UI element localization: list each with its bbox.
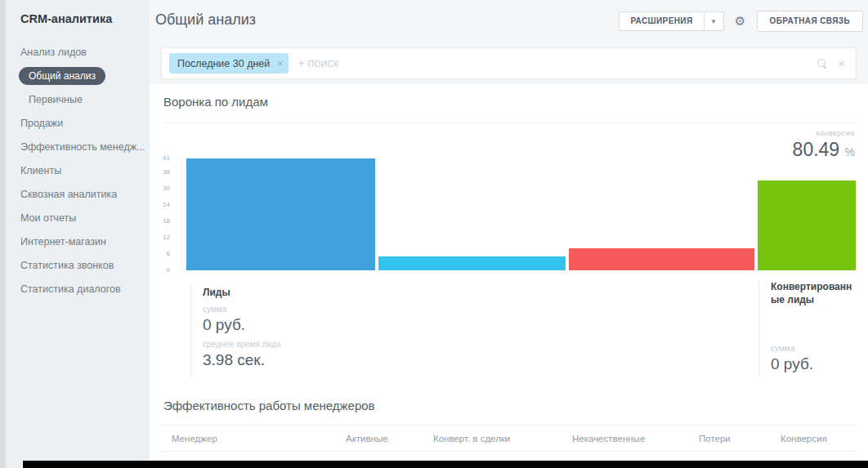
- leads-sum-label: сумма: [203, 305, 280, 314]
- bottom-black-bar: [23, 461, 868, 468]
- column-header[interactable]: Потери: [699, 434, 781, 443]
- funnel-bar[interactable]: [758, 181, 856, 270]
- column-header[interactable]: Активные: [346, 434, 433, 443]
- sidebar-item-анализ-лидов[interactable]: Анализ лидов: [6, 40, 150, 64]
- extensions-button[interactable]: РАСШИРЕНИЯ: [620, 12, 703, 30]
- column-header[interactable]: Конверт. в сделки: [433, 434, 572, 443]
- page-title: Общий анализ: [155, 11, 256, 29]
- filter-tag-label: Последние 30 дней: [177, 58, 270, 69]
- leads-time-label: среднее время лида: [203, 340, 280, 349]
- sidebar-item-клиенты[interactable]: Клиенты: [6, 158, 150, 182]
- sidebar: CRM-аналитика Анализ лидовОбщий анализПе…: [6, 0, 150, 468]
- search-icon[interactable]: [817, 59, 827, 69]
- topbar-buttons: РАСШИРЕНИЯ ▾ ⚙ ОБРАТНАЯ СВЯЗЬ: [619, 11, 863, 32]
- filter-tag-last-30-days[interactable]: Последние 30 дней ×: [169, 53, 289, 74]
- filter-clear-icon[interactable]: ×: [838, 59, 845, 69]
- funnel-bar[interactable]: [569, 248, 754, 270]
- sidebar-item-статистика-звонков[interactable]: Статистика звонков: [6, 253, 150, 277]
- window-edge-strip: [0, 0, 6, 468]
- filter-icons: ×: [817, 59, 845, 69]
- filter-search-bar[interactable]: Последние 30 дней × +поиск ×: [161, 47, 857, 79]
- converted-sum-value: 0 руб.: [771, 355, 858, 373]
- converted-label: Конвертированные лиды: [771, 280, 858, 306]
- converted-stat-block: Конвертированные лиды сумма 0 руб.: [758, 280, 858, 377]
- table-section-title: Эффективность работы менеджеров: [163, 399, 375, 412]
- leads-time-value: 3.98 сек.: [203, 351, 280, 369]
- app-window: CRM-аналитика Анализ лидовОбщий анализПе…: [0, 0, 868, 468]
- table-header-row: МенеджерАктивныеКонверт. в сделкиНекачес…: [161, 425, 857, 452]
- sidebar-item-первичные[interactable]: Первичные: [6, 87, 150, 111]
- sidebar-item-эффективность-менедж-[interactable]: Эффективность менедж...: [6, 135, 150, 158]
- converted-sum-label: сумма: [771, 344, 858, 353]
- search-placeholder: поиск: [308, 60, 339, 69]
- sidebar-item-интернет-магазин[interactable]: Интернет-магазин: [6, 230, 150, 253]
- sidebar-item-статистика-диалогов[interactable]: Статистика диалогов: [6, 277, 150, 301]
- sidebar-nav: Анализ лидовОбщий анализПервичныеПродажи…: [6, 40, 150, 301]
- column-header[interactable]: Менеджер: [172, 434, 346, 443]
- sidebar-item-общий-анализ[interactable]: Общий анализ: [6, 64, 150, 87]
- gear-icon[interactable]: ⚙: [730, 11, 751, 31]
- main-area: Общий анализ РАСШИРЕНИЯ ▾ ⚙ ОБРАТНАЯ СВЯ…: [150, 0, 868, 468]
- sidebar-item-продажи[interactable]: Продажи: [6, 111, 150, 135]
- sidebar-item-сквозная-аналитика[interactable]: Сквозная аналитика: [6, 182, 150, 206]
- column-header[interactable]: Некачественные: [572, 434, 699, 443]
- plus-icon: +: [298, 58, 305, 69]
- column-header[interactable]: Конверсия: [781, 434, 857, 443]
- funnel-bars: [150, 84, 868, 280]
- sidebar-item-мои-отчеты[interactable]: Мои отчеты: [6, 206, 150, 230]
- content-card: Воронка по лидам конверсия 80.49 % 41363…: [150, 84, 868, 461]
- filter-tag-close-icon[interactable]: ×: [277, 58, 283, 69]
- funnel-bar[interactable]: [378, 256, 566, 270]
- leads-stat-block: Лиды сумма 0 руб. среднее время лида 3.9…: [190, 286, 280, 377]
- funnel-bar[interactable]: [186, 158, 375, 270]
- leads-sum-value: 0 руб.: [203, 316, 280, 334]
- sidebar-title: CRM-аналитика: [6, 0, 150, 25]
- leads-label: Лиды: [203, 286, 280, 299]
- chevron-down-icon[interactable]: ▾: [704, 12, 723, 30]
- search-input[interactable]: +поиск: [298, 58, 817, 69]
- extensions-button-group: РАСШИРЕНИЯ ▾: [619, 11, 723, 31]
- feedback-button[interactable]: ОБРАТНАЯ СВЯЗЬ: [757, 11, 863, 32]
